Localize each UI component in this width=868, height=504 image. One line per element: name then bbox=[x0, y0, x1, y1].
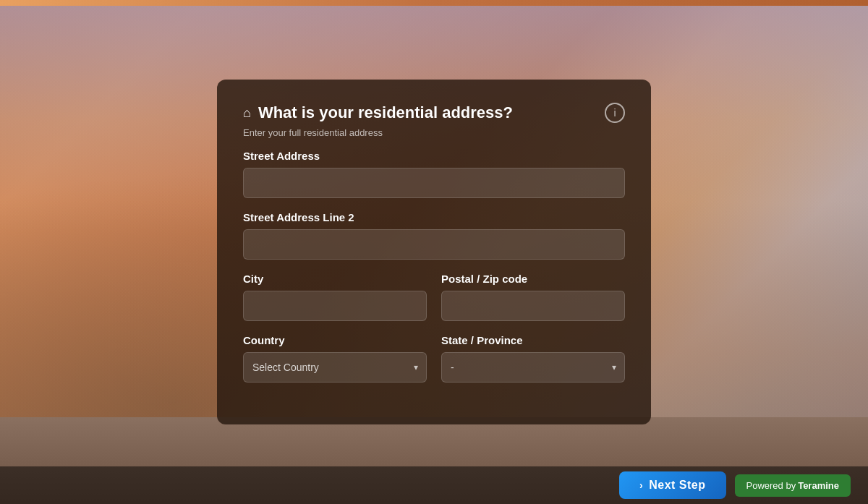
state-label: State / Province bbox=[441, 334, 625, 346]
home-icon: ⌂ bbox=[243, 106, 251, 121]
form-subtitle: Enter your full residential address bbox=[243, 127, 625, 138]
bottom-bar: › Next Step Powered by Teramine bbox=[0, 466, 868, 504]
street-address-line2-group: Street Address Line 2 bbox=[243, 211, 625, 260]
street-address-input[interactable] bbox=[243, 168, 625, 198]
top-bar bbox=[0, 0, 868, 6]
country-state-row: Country Select Country ▾ State / Provinc… bbox=[243, 334, 625, 383]
form-header: ⌂ What is your residential address? i bbox=[243, 103, 625, 123]
state-group: State / Province - ▾ bbox=[441, 334, 625, 383]
street-address-line2-label: Street Address Line 2 bbox=[243, 211, 625, 223]
form-title: What is your residential address? bbox=[258, 103, 513, 122]
country-label: Country bbox=[243, 334, 427, 346]
brand-name: Teramine bbox=[798, 480, 839, 491]
country-select-wrapper: Select Country ▾ bbox=[243, 352, 427, 383]
next-step-button[interactable]: › Next Step bbox=[619, 471, 726, 499]
powered-by-text: Powered by bbox=[746, 480, 796, 491]
street-address-line2-input[interactable] bbox=[243, 229, 625, 260]
postal-label: Postal / Zip code bbox=[441, 273, 625, 285]
state-select-wrapper: - ▾ bbox=[441, 352, 625, 383]
city-postal-row: City Postal / Zip code bbox=[243, 273, 625, 321]
info-icon-symbol: i bbox=[613, 107, 616, 119]
street-address-group: Street Address bbox=[243, 150, 625, 198]
form-card: ⌂ What is your residential address? i En… bbox=[217, 80, 651, 424]
postal-group: Postal / Zip code bbox=[441, 273, 625, 321]
street-address-label: Street Address bbox=[243, 150, 625, 162]
next-step-label: Next Step bbox=[649, 479, 705, 492]
info-icon[interactable]: i bbox=[605, 103, 625, 123]
city-group: City bbox=[243, 273, 427, 321]
city-label: City bbox=[243, 273, 427, 285]
country-select[interactable]: Select Country bbox=[243, 352, 427, 383]
powered-by-badge: Powered by Teramine bbox=[735, 474, 851, 497]
next-step-arrow-icon: › bbox=[639, 479, 643, 491]
country-group: Country Select Country ▾ bbox=[243, 334, 427, 383]
page-container: ⌂ What is your residential address? i En… bbox=[0, 0, 868, 504]
city-input[interactable] bbox=[243, 291, 427, 321]
form-title-row: ⌂ What is your residential address? bbox=[243, 103, 513, 122]
state-select[interactable]: - bbox=[441, 352, 625, 383]
postal-input[interactable] bbox=[441, 291, 625, 321]
